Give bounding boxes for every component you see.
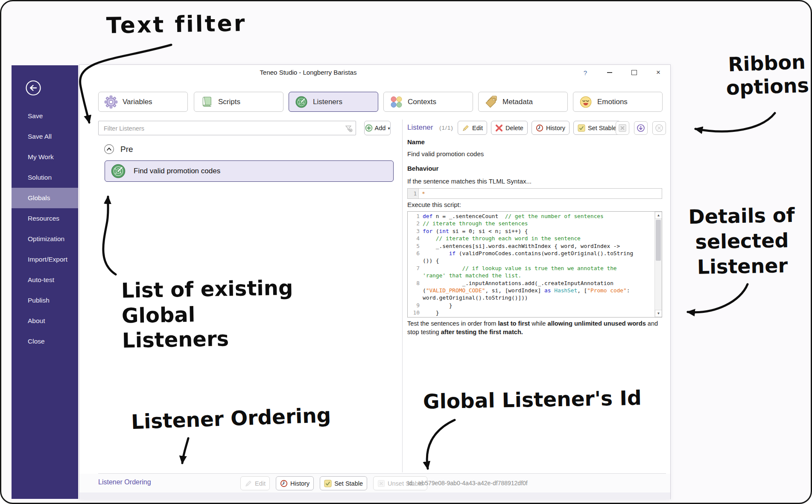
tab-contexts[interactable]: Contexts bbox=[383, 92, 473, 112]
listener-item-label: Find valid promotion codes bbox=[134, 167, 220, 175]
unset-square-icon bbox=[377, 480, 385, 487]
history-button[interactable]: History bbox=[276, 476, 314, 490]
maximize-icon[interactable] bbox=[629, 67, 639, 78]
set-stable-button[interactable]: Set Stable bbox=[320, 476, 367, 490]
delete-button[interactable]: Delete bbox=[491, 121, 528, 135]
code-line: 5 _.sentences[si].words.eachWithIndex { … bbox=[408, 242, 647, 250]
tab-label: Emotions bbox=[597, 98, 628, 106]
button-label: Delete bbox=[505, 125, 523, 131]
script-code-editor[interactable]: 1def n = _.sentenceCount // get the numb… bbox=[407, 211, 662, 318]
close-icon[interactable]: × bbox=[653, 67, 663, 78]
group-label: Pre bbox=[120, 145, 133, 154]
scroll-up-icon[interactable]: ▲ bbox=[655, 212, 662, 219]
radar-icon bbox=[111, 163, 126, 179]
chevron-up-circle-icon bbox=[104, 144, 114, 154]
detail-panel-title: Listener bbox=[407, 123, 433, 132]
pencil-icon bbox=[245, 480, 252, 487]
annotation-ribbon-options: Ribbon options bbox=[720, 50, 812, 100]
tab-variables[interactable]: Variables bbox=[98, 92, 188, 112]
code-line: 3for (int si = 0; si < n; si++) { bbox=[408, 227, 647, 235]
tab-emotions[interactable]: Emotions bbox=[573, 92, 663, 112]
code-line: 2// iterate through the sentences bbox=[408, 220, 647, 227]
help-icon[interactable]: ? bbox=[580, 67, 590, 78]
tab-label: Listeners bbox=[313, 98, 342, 106]
sidebar-item-auto-test[interactable]: Auto-test bbox=[12, 270, 78, 290]
radar-icon bbox=[295, 96, 308, 108]
panel-divider bbox=[402, 119, 403, 472]
code-line: 1def n = _.sentenceCount // get the numb… bbox=[408, 213, 647, 220]
sidebar-item-my-work[interactable]: My Work bbox=[12, 147, 78, 167]
listener-group-pre[interactable]: Pre bbox=[104, 144, 133, 154]
sidebar-item-save[interactable]: Save bbox=[12, 106, 78, 126]
code-line: 7 // if lookup value is true then we ann… bbox=[408, 265, 647, 272]
script-icon bbox=[200, 96, 213, 108]
window-controls: ? × bbox=[580, 67, 663, 78]
tab-metadata[interactable]: Metadata bbox=[478, 92, 568, 112]
tab-listeners[interactable]: Listeners bbox=[289, 92, 378, 112]
sidebar-item-resources[interactable]: Resources bbox=[12, 208, 78, 229]
tlml-condition-label: If the sentence matches this TLML Syntax… bbox=[407, 178, 532, 185]
sidebar-item-save-all[interactable]: Save All bbox=[12, 126, 78, 147]
tlml-syntax-editor[interactable]: 1 * bbox=[407, 188, 662, 199]
sidebar-item-import-export[interactable]: Import/Export bbox=[12, 249, 78, 270]
button-label: Edit bbox=[472, 125, 483, 131]
id-label: Id: bbox=[407, 480, 414, 487]
button-label: Set Stable bbox=[334, 480, 363, 487]
edit-button[interactable]: Edit bbox=[240, 476, 270, 490]
sidebar-item-solution[interactable]: Solution bbox=[12, 167, 78, 188]
filter-listeners-input[interactable] bbox=[103, 121, 339, 136]
sidebar-item-about[interactable]: About bbox=[12, 311, 78, 331]
set-stable-button[interactable]: Set Stable bbox=[573, 121, 621, 135]
scroll-down-icon[interactable]: ▼ bbox=[655, 310, 662, 317]
caret-down-icon: ▾ bbox=[388, 126, 390, 131]
scrollbar-thumb[interactable] bbox=[656, 220, 661, 261]
plus-circle-icon bbox=[365, 124, 373, 132]
button-label: Edit bbox=[255, 480, 266, 487]
smiley-icon bbox=[579, 96, 592, 108]
sidebar-item-publish[interactable]: Publish bbox=[12, 290, 78, 311]
editor-scrollbar[interactable]: ▲ ▼ bbox=[654, 212, 662, 317]
download-circle-button[interactable] bbox=[634, 121, 648, 135]
window-title: Teneo Studio - Longberry Baristas bbox=[223, 69, 394, 76]
name-label: Name bbox=[407, 138, 425, 146]
unset-square-icon bbox=[618, 124, 627, 132]
code-line: word.getOriginal().toString()])) bbox=[408, 294, 647, 301]
tab-label: Contexts bbox=[408, 98, 436, 106]
listener-count: (1/1) bbox=[439, 125, 453, 131]
unset-square-button[interactable] bbox=[616, 121, 629, 135]
tab-label: Metadata bbox=[502, 98, 533, 106]
sidebar-item-close[interactable]: Close bbox=[12, 331, 78, 352]
window-footer-strip bbox=[79, 492, 670, 499]
add-button-label: Add bbox=[375, 125, 386, 131]
sidebar-item-optimization[interactable]: Optimization bbox=[12, 229, 78, 249]
code-line: 6 if (validPromoCodes.contains(word.getO… bbox=[408, 250, 647, 257]
close-circle-icon bbox=[655, 124, 663, 132]
contexts-icon bbox=[390, 96, 403, 108]
edit-button[interactable]: Edit bbox=[458, 121, 487, 135]
filter-listeners-box bbox=[98, 121, 356, 135]
pencil-icon bbox=[462, 124, 470, 132]
app-sidebar: SaveSave AllMy WorkSolutionGlobalsResour… bbox=[12, 65, 78, 499]
detail-toolbar: EditDeleteHistorySet Stable bbox=[458, 121, 621, 135]
history-button[interactable]: History bbox=[532, 121, 570, 135]
id-value: eb579e08-9ab0-4a43-a42e-df788912df0f bbox=[418, 480, 528, 487]
history-clock-icon bbox=[536, 124, 543, 132]
add-listener-button[interactable]: Add ▾ bbox=[364, 121, 391, 135]
close-circle-button[interactable] bbox=[652, 121, 666, 135]
script-label: Execute this script: bbox=[407, 201, 461, 208]
button-label: Set Stable bbox=[588, 125, 616, 131]
sidebar-menu: SaveSave AllMy WorkSolutionGlobalsResour… bbox=[12, 106, 78, 352]
listener-list-item[interactable]: Find valid promotion codes bbox=[105, 160, 394, 182]
listener-id: Id:eb579e08-9ab0-4a43-a42e-df788912df0f bbox=[407, 480, 528, 487]
back-arrow-icon[interactable] bbox=[25, 79, 42, 96]
minimize-icon[interactable] bbox=[605, 67, 615, 78]
tlml-line-number: 1 bbox=[408, 189, 419, 198]
tab-scripts[interactable]: Scripts bbox=[194, 92, 283, 112]
stable-check-icon bbox=[578, 124, 585, 132]
ordering-toolbar: EditHistorySet StableUnset Stable bbox=[240, 476, 427, 490]
listener-ordering-title: Listener Ordering bbox=[98, 478, 151, 486]
sidebar-item-globals[interactable]: Globals bbox=[12, 188, 78, 208]
annotation-global-listener-id: Global Listener's Id bbox=[423, 386, 642, 414]
funnel-clear-icon[interactable] bbox=[345, 124, 353, 133]
arrow-details bbox=[688, 284, 748, 312]
